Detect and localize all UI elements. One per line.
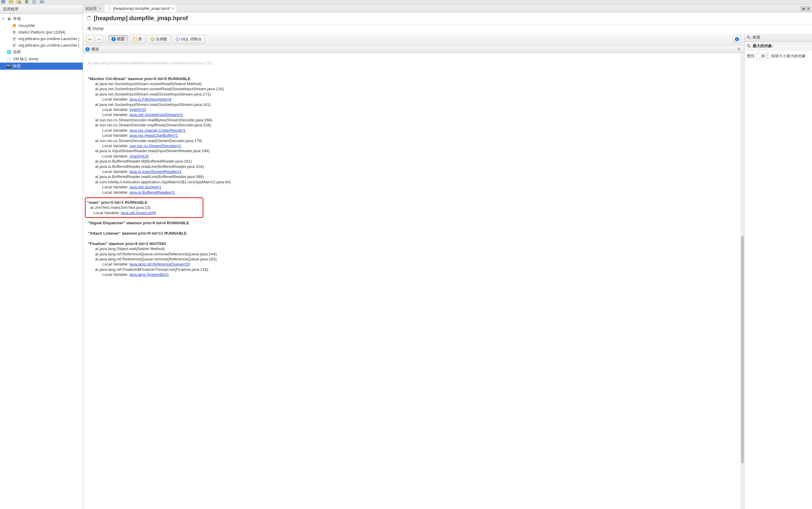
overview-button[interactable]: i概要 — [108, 35, 128, 43]
local-var-link[interactable]: char[]#429 — [130, 154, 149, 159]
info-icon: i — [85, 47, 90, 51]
stack-line: at JvmTest.main(JvmTest.java:13) — [90, 205, 150, 210]
host-icon: 🖥 — [6, 16, 11, 21]
svg-rect-6 — [40, 1, 42, 3]
toolbar-icon[interactable] — [16, 0, 22, 4]
highlighted-thread: "main" prio=5 tid=1 RUNNABLE at JvmTest.… — [85, 197, 204, 218]
btn-label: 实例数 — [156, 36, 167, 42]
svg-line-10 — [749, 38, 751, 39]
local-var-link[interactable]: java.io.FileDescriptor#4 — [130, 97, 171, 101]
btn-label: 概要 — [117, 36, 125, 42]
arrow-left-icon: ⬅ — [88, 37, 92, 41]
tab-label: [heapdump] dumpfile_jmap.hprof — [113, 6, 170, 11]
svg-rect-0 — [1, 0, 5, 3]
thread-header: "Attach Listener" daemon prio=9 tid=11 R… — [88, 231, 187, 236]
oql-button[interactable]: OQL 控制台 — [172, 35, 205, 43]
local-var-prefix: Local Variable: — [102, 133, 130, 138]
info-button[interactable]: i — [733, 35, 741, 43]
nav-forward-button[interactable]: ➡ — [96, 35, 103, 43]
app-toolbar — [0, 0, 812, 5]
svg-line-12 — [749, 46, 751, 48]
oql-icon — [176, 37, 180, 41]
local-var-link[interactable]: java.lang.ref.ReferenceQueue#19 — [130, 262, 190, 266]
stack-line: at java.io.InputStreamReader.read(InputS… — [95, 148, 209, 153]
nav-back-button[interactable]: ⬅ — [86, 35, 94, 43]
close-icon[interactable]: ✕ — [736, 47, 742, 51]
classes-button[interactable]: 类 — [130, 35, 145, 43]
thread-header: "Finalizer" daemon prio=8 tid=3 WAITING — [88, 241, 166, 246]
tab-menu-button[interactable]: ▾ — [806, 6, 811, 11]
tree-item[interactable]: ☕ org.jetbrains.jps.cmdline.Launcher ( — [0, 42, 83, 48]
find-label: 查找 — [747, 54, 754, 59]
tree-label: 本地 — [13, 16, 21, 21]
step-up-icon[interactable]: ▲ — [766, 53, 769, 56]
local-var-link[interactable]: java.io.InputStreamReader#1 — [130, 169, 182, 174]
panel-title: 应用程序 — [0, 5, 83, 14]
editor-tab-strip: 起始页 ✕ 📄 [heapdump] dumpfile_jmap.hprof ✕… — [83, 5, 812, 12]
tree-label: IntelliJ Platform (pid 12054) — [19, 30, 65, 34]
instance-icon — [150, 37, 154, 41]
inspect-panel: 检查 最大的对象: 查找 ▲▼ 保留大小最大的对象 — [744, 33, 812, 509]
local-var-prefix: Local Variable: — [102, 97, 130, 101]
svg-point-3 — [19, 2, 21, 4]
info-icon: i — [111, 37, 116, 41]
local-var-link[interactable]: java.net.SocketInputStream#1 — [130, 112, 183, 117]
local-var-prefix: Local Variable: — [102, 143, 130, 148]
local-var-link[interactable]: java.util.ArrayList#9 — [121, 211, 156, 215]
find-count-stepper[interactable]: ▲▼ — [756, 53, 769, 59]
local-var-link[interactable]: java.nio.HeapCharBuffer#1 — [130, 133, 178, 138]
close-icon[interactable]: ✕ — [171, 6, 174, 11]
toolbar-icon[interactable] — [24, 0, 30, 4]
loading-spinner-icon — [86, 16, 91, 21]
stack-line: at java.io.BufferedReader.readLine(Buffe… — [95, 164, 204, 169]
tab-prev-button[interactable]: ◀ — [801, 6, 806, 11]
stack-line: at sun.nio.cs.StreamDecoder.read(StreamD… — [95, 138, 202, 143]
local-var-prefix: Local Variable: — [102, 107, 130, 112]
tree-label: 快照 — [13, 64, 21, 69]
local-var-link[interactable]: java.io.BufferedReader#1 — [130, 190, 175, 195]
tab-start[interactable]: 起始页 ✕ — [83, 5, 104, 12]
local-var-link[interactable]: byte[]#33 — [130, 107, 146, 112]
tree-remote[interactable]: 🌐 远程 — [0, 48, 83, 56]
tab-label: 起始页 — [85, 6, 97, 11]
document-icon: 📄 — [107, 6, 111, 11]
svg-rect-8 — [13, 24, 16, 27]
snapshot-icon: 📷 — [6, 64, 11, 69]
stack-line: at java.lang.ref.ReferenceQueue.remove(R… — [95, 257, 217, 261]
step-down-icon[interactable]: ▼ — [766, 56, 769, 59]
tree-label: 远程 — [13, 49, 21, 55]
visualvm-icon — [12, 23, 16, 28]
scrollbar[interactable] — [741, 53, 744, 509]
local-var-link[interactable]: java.lang.System$2#1 — [130, 272, 169, 277]
stack-line: at java.lang.ref.Reference$ReferenceHand… — [88, 61, 212, 65]
toolbar-icon[interactable] — [9, 0, 14, 4]
tree-snapshot[interactable]: 📷 快照 — [0, 63, 83, 70]
instances-button[interactable]: 实例数 — [147, 35, 171, 43]
toolbar-icon[interactable] — [1, 0, 6, 4]
page-subtitle: 堆 Dump — [83, 24, 812, 33]
local-var-link[interactable]: sun.nio.cs.StreamDecoder#1 — [130, 143, 181, 148]
local-var-link[interactable]: java.nio.charset.CoderResult#1 — [130, 128, 185, 133]
tree-item[interactable]: ☕ org.jetbrains.jps.cmdline.Launcher ( — [0, 35, 83, 42]
local-var-prefix: Local Variable: — [102, 185, 130, 189]
svg-rect-4 — [25, 0, 28, 3]
tree-vmcore[interactable]: 📄 VM 核心 dump — [0, 56, 83, 63]
toolbar-icon[interactable] — [40, 0, 45, 4]
page-title-row: [heapdump] dumpfile_jmap.hprof — [83, 12, 812, 24]
thread-dump-view[interactable]: at java.lang.ref.Reference$ReferenceHand… — [83, 53, 741, 509]
local-var-link[interactable]: java.net.Socket#1 — [130, 185, 161, 189]
toolbar-icon[interactable] — [32, 0, 37, 4]
tree-item[interactable]: VisualVM — [0, 22, 83, 29]
tab-heapdump[interactable]: 📄 [heapdump] dumpfile_jmap.hprof ✕ — [104, 5, 177, 12]
local-var-prefix: Local Variable: — [102, 169, 130, 174]
scrollbar-thumb[interactable] — [741, 236, 744, 464]
sub-tab-label: 概述 — [91, 46, 99, 52]
local-var-prefix: Local Variable: — [102, 128, 130, 133]
sub-tab-overview[interactable]: i 概述 — [85, 46, 99, 52]
find-count-input[interactable] — [756, 54, 766, 58]
tree-item[interactable]: ☕ IntelliJ Platform (pid 12054) — [0, 29, 83, 35]
tree-local[interactable]: ▼ 🖥 本地 — [0, 15, 83, 22]
keep-label: 保留大小最大的对象 — [771, 54, 806, 59]
stack-line: at java.lang.ref.ReferenceQueue.remove(R… — [95, 252, 217, 256]
close-icon[interactable]: ✕ — [99, 6, 102, 11]
